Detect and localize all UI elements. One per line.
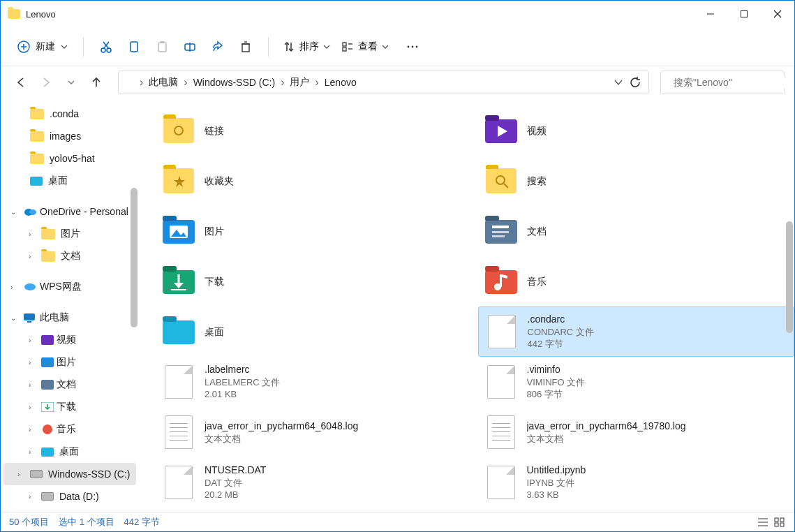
file-item-selected[interactable]: .condarcCONDARC 文件442 字节 bbox=[478, 306, 795, 357]
breadcrumb[interactable]: Windows-SSD (C:) bbox=[191, 74, 278, 91]
file-item[interactable]: .viminfoVIMINFO 文件806 字节 bbox=[478, 357, 795, 407]
paste-button[interactable] bbox=[148, 34, 176, 59]
recent-dropdown[interactable] bbox=[61, 72, 82, 93]
up-button[interactable] bbox=[86, 72, 107, 93]
file-item[interactable]: 收藏夹 bbox=[156, 156, 473, 206]
sort-menu[interactable]: 排序 bbox=[277, 38, 336, 56]
folder-icon bbox=[163, 118, 194, 143]
file-icon bbox=[488, 315, 516, 348]
downloads-folder-icon bbox=[161, 266, 196, 297]
rename-button[interactable] bbox=[176, 34, 204, 59]
file-item[interactable]: 音乐 bbox=[478, 256, 795, 306]
chevron-right-icon: › bbox=[137, 76, 146, 89]
sidebar-item[interactable]: ›下载 bbox=[1, 396, 139, 418]
breadcrumb[interactable]: 此电脑 bbox=[146, 73, 181, 91]
toolbar: 新建 排序 查看 bbox=[1, 27, 794, 66]
sidebar-scrollbar[interactable] bbox=[131, 188, 138, 327]
file-item[interactable]: 桌面 bbox=[156, 306, 473, 357]
svg-rect-71 bbox=[780, 518, 784, 522]
svg-rect-52 bbox=[485, 216, 499, 221]
folder-icon bbox=[41, 229, 55, 239]
status-size: 442 字节 bbox=[124, 516, 160, 529]
chevron-down-icon[interactable] bbox=[614, 77, 623, 87]
wps-icon bbox=[23, 282, 37, 292]
sidebar-item[interactable]: .conda bbox=[1, 103, 139, 125]
sidebar-item[interactable]: ›文档 bbox=[1, 374, 139, 396]
address-bar[interactable]: › 此电脑 › Windows-SSD (C:) › 用户 › Lenovo bbox=[118, 71, 649, 94]
search-input[interactable] bbox=[674, 77, 795, 88]
file-item[interactable]: 图片 bbox=[156, 206, 473, 256]
sidebar-item[interactable]: 桌面 bbox=[1, 170, 139, 192]
sidebar-item[interactable]: ›图片 bbox=[1, 223, 139, 245]
chevron-down-icon bbox=[323, 43, 330, 50]
svg-rect-37 bbox=[41, 357, 54, 367]
delete-button[interactable] bbox=[232, 34, 260, 59]
status-item-count: 50 个项目 bbox=[9, 516, 49, 529]
sidebar-item[interactable]: ›桌面 bbox=[1, 441, 139, 463]
back-button[interactable] bbox=[10, 72, 31, 93]
cut-button[interactable] bbox=[92, 34, 120, 59]
folder-icon bbox=[486, 168, 517, 193]
file-item[interactable]: Untitled.ipynbIPYNB 文件3.63 KB bbox=[478, 457, 795, 508]
svg-rect-21 bbox=[343, 43, 346, 46]
svg-rect-38 bbox=[41, 380, 54, 390]
sidebar-item[interactable]: ›文档 bbox=[1, 245, 139, 267]
svg-point-40 bbox=[43, 424, 52, 434]
file-item[interactable]: 下载 bbox=[156, 256, 473, 306]
breadcrumb[interactable]: Lenovo bbox=[322, 74, 359, 91]
file-item[interactable]: .labelmercLABELMERC 文件2.01 KB bbox=[156, 357, 473, 407]
breadcrumb[interactable]: 用户 bbox=[287, 73, 312, 91]
maximize-button[interactable] bbox=[727, 1, 761, 27]
sidebar-item-onedrive[interactable]: ⌄OneDrive - Personal bbox=[1, 200, 139, 223]
content-scrollbar[interactable] bbox=[786, 221, 793, 333]
sidebar-item[interactable]: ›音乐 bbox=[1, 418, 139, 441]
svg-rect-64 bbox=[500, 274, 502, 287]
svg-rect-55 bbox=[492, 235, 505, 237]
sidebar-item[interactable]: ›视频 bbox=[1, 329, 139, 351]
svg-rect-34 bbox=[24, 313, 35, 320]
desktop-icon bbox=[41, 448, 54, 457]
status-bar: 50 个项目 选中 1 个项目 442 字节 bbox=[1, 512, 794, 531]
music-folder-icon bbox=[484, 266, 519, 297]
share-button[interactable] bbox=[204, 34, 232, 59]
sidebar-item[interactable]: images bbox=[1, 125, 139, 147]
file-item[interactable]: 视频 bbox=[478, 105, 795, 156]
videos-folder-icon bbox=[484, 115, 519, 146]
sidebar-item[interactable]: ›Data (D:) bbox=[1, 485, 139, 508]
new-button[interactable]: 新建 bbox=[10, 36, 75, 57]
file-item[interactable]: 搜索 bbox=[478, 156, 795, 206]
more-button[interactable] bbox=[399, 34, 426, 59]
desktop-icon bbox=[30, 177, 43, 186]
sidebar-item-thispc[interactable]: ⌄此电脑 bbox=[1, 306, 139, 329]
copy-button[interactable] bbox=[120, 34, 148, 59]
sidebar-item-selected[interactable]: ›Windows-SSD (C:) bbox=[3, 463, 136, 485]
file-item[interactable]: 链接 bbox=[156, 105, 473, 156]
tiles-view-button[interactable] bbox=[773, 517, 786, 528]
file-item[interactable]: java_error_in_pycharm64_19780.log文本文档 bbox=[478, 407, 795, 457]
sidebar-item-wps[interactable]: ›WPS网盘 bbox=[1, 276, 139, 298]
file-item[interactable]: java_error_in_pycharm64_6048.log文本文档 bbox=[156, 407, 473, 457]
forward-button[interactable] bbox=[36, 72, 57, 93]
svg-rect-22 bbox=[343, 47, 346, 51]
view-menu[interactable]: 查看 bbox=[336, 38, 394, 56]
sidebar-item[interactable]: yolov5-hat bbox=[1, 147, 139, 170]
downloads-icon bbox=[41, 402, 54, 412]
details-view-button[interactable] bbox=[757, 517, 769, 528]
text-file-icon bbox=[487, 415, 515, 449]
folder-icon bbox=[124, 77, 137, 87]
file-item[interactable]: NTUSER.DATDAT 文件20.2 MB bbox=[156, 457, 473, 508]
refresh-button[interactable] bbox=[629, 76, 641, 89]
file-item[interactable]: 文档 bbox=[478, 206, 795, 256]
thispc-icon bbox=[23, 313, 37, 323]
svg-point-45 bbox=[496, 176, 505, 184]
file-list: 链接 视频 收藏夹 搜索 图片 文档 下载 音乐 桌面 .condarcCOND… bbox=[139, 103, 794, 512]
minimize-button[interactable] bbox=[694, 1, 727, 27]
window-folder-icon bbox=[8, 9, 20, 19]
svg-rect-12 bbox=[158, 43, 166, 52]
svg-rect-62 bbox=[485, 266, 499, 272]
close-button[interactable] bbox=[761, 1, 794, 27]
search-box[interactable] bbox=[660, 71, 785, 94]
new-button-label: 新建 bbox=[36, 40, 55, 53]
sidebar-item[interactable]: ›图片 bbox=[1, 351, 139, 374]
window-title: Lenovo bbox=[26, 9, 56, 20]
